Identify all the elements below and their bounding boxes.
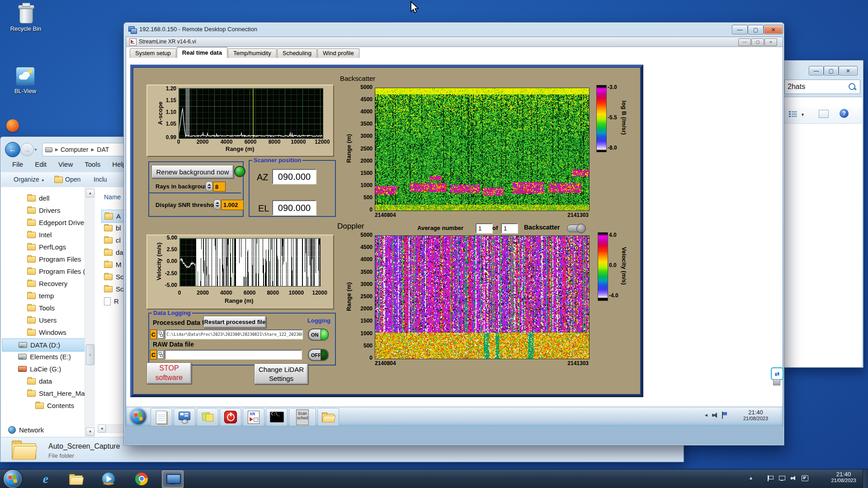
hidden-app-icon[interactable] [6,119,19,132]
sticky-notes-button[interactable] [197,408,218,426]
processed-browse-icon[interactable] [157,330,164,338]
tree-item-temp[interactable]: temp [2,290,85,302]
labview-xr-button[interactable]: XR [243,408,264,426]
tree-item-elements-e-[interactable]: Elements (E:) [2,351,85,363]
renew-background-button[interactable]: Renew background now [151,165,234,178]
tree-item-data[interactable]: data [2,375,85,387]
recent-pages-dropdown-icon[interactable]: ▼ [34,148,38,152]
windows-explorer-icon[interactable] [66,470,86,487]
change-lidar-settings-button[interactable]: Change LiDARSettings [254,363,308,385]
action-center-flag-icon[interactable] [767,475,774,481]
chrome-icon[interactable] [131,470,152,487]
scan-sched-button[interactable]: Scansched [289,408,316,426]
tab-wind-profile[interactable]: Wind profile [317,48,359,58]
snr-value-field[interactable]: 1.002 [221,200,244,210]
restart-processed-file-button[interactable]: Restart processed file [203,316,266,328]
power-button[interactable] [220,408,241,426]
help-icon[interactable]: ? [840,109,849,118]
open-button[interactable]: Open [65,176,80,183]
tree-item-program-files-x[interactable]: Program Files (x [2,265,85,277]
rays-value-field[interactable]: 8 [213,182,226,192]
average-number-field[interactable]: 1 [476,223,493,234]
organize-button[interactable]: Organize ▼ [14,176,45,183]
tree-item-start-here-mac-[interactable]: Start_Here_Mac.. [2,387,85,399]
internet-explorer-icon[interactable]: e [35,470,56,487]
tree-item-lacie-g-[interactable]: LaCie (G:) [2,363,85,375]
include-in-library-button[interactable]: Inclu [94,176,107,183]
tree-item-perflogs[interactable]: PerfLogs [2,241,85,253]
minimize-button[interactable]: — [732,25,748,34]
tree-item-users[interactable]: Users [2,314,85,326]
view-dropdown-icon[interactable]: ▼ [801,113,805,117]
media-player-icon[interactable] [98,470,119,487]
tree-item-recovery[interactable]: Recovery [2,277,85,290]
average-total-field[interactable]: 1 [501,223,518,234]
raw-path-field[interactable] [165,350,302,360]
menu-view[interactable]: View [58,160,73,168]
tree-item-dell[interactable]: dell [2,192,85,204]
rdp-taskbar-button[interactable] [162,470,184,488]
vi-minimize-button[interactable]: — [738,38,751,46]
raw-browse-icon[interactable] [157,351,164,359]
start-button[interactable] [4,470,22,488]
close-button[interactable]: ✕ [839,66,858,75]
connection-badge-icon[interactable]: ⇄ [771,367,783,380]
scroll-left-icon[interactable]: ◄ [98,424,106,433]
recycle-bin-shortcut[interactable]: Recycle Bin [10,4,42,32]
devices-button[interactable] [174,408,195,426]
volume-icon[interactable] [791,475,797,481]
maximize-button[interactable]: ▢ [748,25,764,34]
scroll-up-icon[interactable]: ▲ [86,189,94,197]
tree-item-drivers[interactable]: Drivers [2,204,85,216]
scroll-down-icon[interactable]: ▼ [86,427,94,436]
processed-path-field[interactable]: C:\Lidar\Data\Proc\2023\202308\20230821\… [165,329,303,339]
notepad-button[interactable] [151,408,172,426]
remote-start-button[interactable] [130,408,146,425]
az-field[interactable]: 090.000 [272,169,316,184]
tab-scheduling[interactable]: Scheduling [277,48,317,58]
rays-stepper[interactable] [205,181,213,192]
input-language-icon[interactable] [802,475,808,481]
maximize-button[interactable]: ▢ [824,66,839,75]
tree-item-windows[interactable]: Windows [2,326,85,338]
search-icon[interactable] [848,83,856,91]
menu-tools[interactable]: Tools [85,160,100,168]
scroll-thumb[interactable]: ≡ [86,344,94,365]
tab-system-setup[interactable]: System setup [130,48,176,58]
el-field[interactable]: 090.000 [272,200,316,216]
tree-item-edgeport-driver[interactable]: Edgeport Driver [2,216,85,229]
minimize-button[interactable]: — [809,66,824,75]
tab-temp-humidity[interactable]: Temp/humidity [228,48,277,58]
menu-edit[interactable]: Edit [35,160,47,168]
vi-close-button[interactable]: × [764,38,777,46]
preview-pane-icon[interactable] [819,110,829,118]
host-clock[interactable]: 21:40 21/08/2023 [826,471,862,487]
vi-restore-button[interactable]: ▢ [751,38,764,46]
breadcrumb-current[interactable]: DAT [97,146,109,153]
menu-file[interactable]: File [12,160,23,168]
tree-item-program-files[interactable]: Program Files [2,253,85,265]
logging-on-button[interactable]: ON [308,328,329,341]
tray-expand-icon[interactable]: ▲ [749,475,753,480]
logging-off-button[interactable]: OFF [308,349,329,361]
cmd-button[interactable]: C:\_ [266,408,288,426]
tray-chevron-icon[interactable]: ◄ [704,413,708,418]
show-desktop-button[interactable] [863,469,868,488]
remote-clock[interactable]: 21:40 21/08/2023 [732,409,779,425]
network-icon[interactable] [779,475,785,481]
tree-item-tools[interactable]: Tools [2,302,85,314]
view-list-icon[interactable] [789,111,797,118]
processed-drive-box[interactable]: C [150,329,157,339]
close-button[interactable]: ✕ [764,25,783,34]
tab-real-time-data[interactable]: Real time data [177,47,227,58]
forward-button[interactable]: → [20,143,34,156]
tree-item-intel[interactable]: Intel [2,229,85,241]
explorer-folder-button[interactable] [317,408,339,426]
tree-scrollbar[interactable]: ▲ ≡ ▼ [85,187,95,437]
tray-flag-icon[interactable] [722,412,727,419]
search-input[interactable]: 2hats [784,80,860,94]
breadcrumb[interactable]: ▶ Computer ▶ DAT [42,143,128,156]
tree-item-data-d-[interactable]: DATA (D:) [2,338,85,352]
bl-view-shortcut[interactable]: BL-View [8,67,42,94]
backscatter-toggle[interactable] [567,225,585,232]
